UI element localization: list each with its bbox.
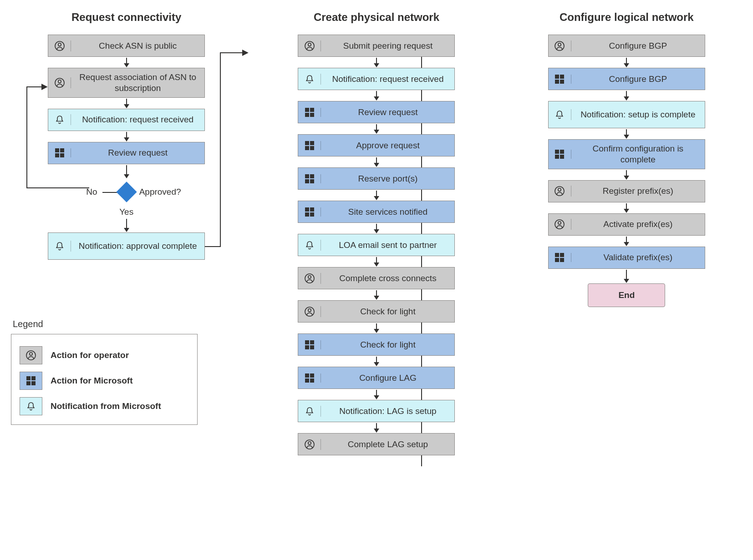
- svg-rect-61: [560, 253, 564, 257]
- svg-rect-26: [305, 179, 309, 183]
- person-icon: [48, 40, 71, 51]
- svg-rect-40: [305, 373, 309, 378]
- svg-rect-38: [305, 345, 309, 349]
- svg-point-15: [308, 43, 311, 45]
- svg-point-47: [558, 43, 561, 45]
- bell-icon: [298, 240, 321, 251]
- svg-rect-43: [310, 378, 314, 383]
- microsoft-icon: [48, 148, 71, 157]
- diamond-icon: [116, 182, 137, 202]
- step-configure-bgp-operator: Configure BGP: [548, 35, 705, 57]
- step-complete-cross-connects: Complete cross connects: [298, 267, 455, 289]
- svg-rect-18: [305, 113, 309, 117]
- svg-rect-24: [305, 174, 309, 178]
- svg-rect-11: [31, 376, 36, 380]
- bell-icon: [48, 241, 71, 252]
- person-icon: [298, 40, 321, 51]
- step-check-light-microsoft: Check for light: [298, 333, 455, 356]
- svg-point-57: [558, 188, 561, 191]
- svg-rect-5: [60, 148, 64, 152]
- step-notif-req-received: Notification: request received: [48, 109, 205, 131]
- column-create-physical-network: Create physical network Submit peering r…: [261, 11, 492, 455]
- svg-point-33: [308, 275, 311, 278]
- svg-rect-37: [310, 340, 314, 344]
- person-icon: [298, 439, 321, 450]
- person-icon: [549, 219, 571, 230]
- svg-rect-21: [310, 141, 314, 145]
- person-icon: [549, 186, 571, 197]
- svg-rect-4: [55, 148, 59, 152]
- svg-rect-20: [305, 141, 309, 145]
- bell-icon: [298, 74, 321, 85]
- legend-title: Legend: [13, 319, 198, 329]
- bell-icon: [549, 109, 571, 120]
- svg-point-59: [558, 222, 561, 224]
- microsoft-icon: [298, 108, 321, 117]
- microsoft-icon: [298, 174, 321, 183]
- svg-rect-30: [305, 212, 309, 217]
- svg-rect-62: [555, 258, 559, 262]
- person-icon: [48, 77, 71, 88]
- step-approve-request: Approve request: [298, 134, 455, 156]
- person-icon: [298, 273, 321, 284]
- step-configure-bgp-microsoft: Configure BGP: [548, 68, 705, 90]
- legend-microsoft: Action for Microsoft: [51, 376, 133, 386]
- svg-rect-36: [305, 340, 309, 344]
- microsoft-icon: [20, 372, 42, 390]
- svg-rect-55: [560, 155, 564, 159]
- step-review-request-1: Review request: [48, 142, 205, 164]
- step-notif-lag-setup: Notification: LAG is setup: [298, 400, 455, 422]
- svg-rect-31: [310, 212, 314, 217]
- svg-rect-25: [310, 174, 314, 178]
- microsoft-icon: [549, 150, 571, 159]
- step-reserve-ports: Reserve port(s): [298, 167, 455, 190]
- svg-rect-7: [60, 153, 64, 157]
- svg-rect-17: [310, 108, 314, 112]
- svg-rect-42: [305, 378, 309, 383]
- microsoft-icon: [298, 207, 321, 217]
- step-notif-setup-complete: Notification: setup is complete: [548, 101, 705, 128]
- svg-rect-13: [31, 381, 36, 385]
- legend-box: Action for operator Action for Microsoft…: [11, 334, 198, 425]
- step-activate-prefixes: Activate prefix(es): [548, 213, 705, 236]
- person-icon: [20, 346, 42, 364]
- column-title: Request connectivity: [71, 11, 181, 24]
- person-icon: [298, 306, 321, 317]
- step-review-request-2: Review request: [298, 101, 455, 123]
- svg-point-1: [58, 43, 61, 45]
- microsoft-icon: [549, 253, 571, 262]
- svg-rect-16: [305, 108, 309, 112]
- svg-rect-54: [555, 155, 559, 159]
- legend-operator: Action for operator: [51, 350, 129, 360]
- person-icon: [549, 40, 571, 51]
- svg-rect-28: [305, 207, 309, 212]
- svg-rect-10: [26, 376, 31, 380]
- svg-rect-49: [560, 75, 564, 79]
- svg-rect-6: [55, 153, 59, 157]
- microsoft-icon: [298, 141, 321, 150]
- step-check-asn: Check ASN is public: [48, 35, 205, 57]
- svg-rect-12: [26, 381, 31, 385]
- svg-rect-41: [310, 373, 314, 378]
- step-check-light-operator: Check for light: [298, 300, 455, 323]
- svg-point-45: [308, 441, 311, 444]
- svg-point-3: [58, 80, 61, 83]
- microsoft-icon: [298, 373, 321, 383]
- svg-rect-53: [560, 150, 564, 154]
- step-site-services-notified: Site services notified: [298, 201, 455, 223]
- step-configure-lag: Configure LAG: [298, 367, 455, 389]
- svg-rect-60: [555, 253, 559, 257]
- svg-rect-52: [555, 150, 559, 154]
- svg-rect-29: [310, 207, 314, 212]
- svg-rect-39: [310, 345, 314, 349]
- svg-rect-27: [310, 179, 314, 183]
- decision-approved: No Approved?: [48, 182, 205, 202]
- svg-point-9: [30, 352, 32, 355]
- column-request-connectivity: Request connectivity Check ASN is public…: [11, 11, 242, 425]
- svg-rect-63: [560, 258, 564, 262]
- svg-point-35: [308, 308, 311, 311]
- step-request-asn-assoc: Request association of ASN to subscripti…: [48, 68, 205, 98]
- bell-icon: [48, 114, 71, 125]
- step-register-prefixes: Register prefix(es): [548, 180, 705, 202]
- svg-rect-23: [310, 146, 314, 150]
